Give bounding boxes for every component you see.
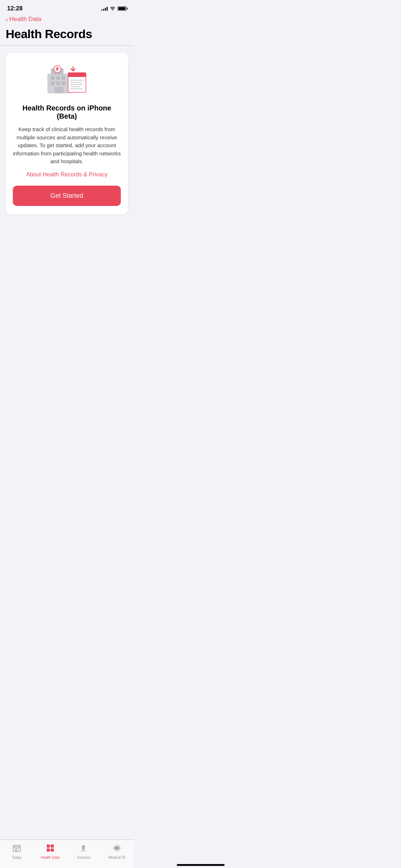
svg-rect-1 xyxy=(51,76,55,80)
page-title-area: Health Records xyxy=(0,26,134,45)
status-bar: 12:28 xyxy=(0,0,134,14)
status-time: 12:28 xyxy=(7,5,22,12)
chevron-left-icon: ‹ xyxy=(6,16,8,22)
back-label: Health Data xyxy=(9,16,41,23)
svg-rect-12 xyxy=(57,67,58,71)
svg-rect-3 xyxy=(62,76,65,80)
page-title: Health Records xyxy=(6,27,128,41)
privacy-link[interactable]: About Health Records & Privacy xyxy=(13,171,121,178)
svg-rect-7 xyxy=(55,87,63,93)
svg-rect-18 xyxy=(70,84,83,85)
signal-icon xyxy=(101,6,108,11)
separator xyxy=(0,45,134,46)
illustration xyxy=(13,61,121,97)
svg-rect-17 xyxy=(70,82,82,83)
nav-back: ‹ Health Data xyxy=(0,14,134,26)
hospital-illustration xyxy=(44,61,90,97)
svg-rect-4 xyxy=(51,82,55,85)
card-title: Health Records on iPhone (Beta) xyxy=(13,104,121,120)
card-description: Keep track of clinical health records fr… xyxy=(13,125,121,166)
get-started-button[interactable]: Get Started xyxy=(13,186,121,206)
battery-icon xyxy=(118,6,127,11)
svg-rect-2 xyxy=(56,76,60,80)
svg-rect-19 xyxy=(70,86,80,87)
svg-rect-5 xyxy=(56,82,60,85)
svg-rect-20 xyxy=(70,88,82,89)
main-card: Health Records on iPhone (Beta) Keep tra… xyxy=(6,53,128,215)
wifi-icon xyxy=(110,6,115,11)
svg-rect-6 xyxy=(62,82,65,85)
svg-rect-15 xyxy=(68,75,86,77)
back-button[interactable]: ‹ Health Data xyxy=(6,16,128,23)
status-icons xyxy=(101,6,127,11)
svg-rect-16 xyxy=(70,80,84,81)
